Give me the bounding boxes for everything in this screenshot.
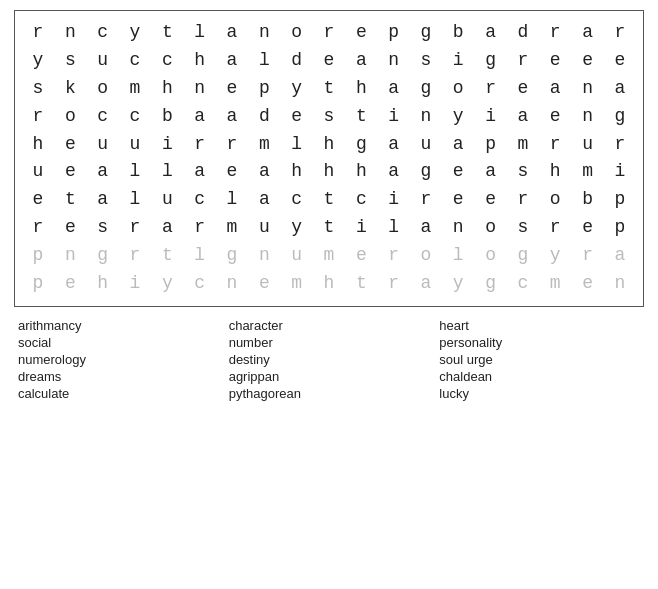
puzzle-cell: c (187, 270, 213, 298)
puzzle-cell: l (187, 242, 213, 270)
puzzle-cell: h (284, 158, 310, 186)
puzzle-cell: l (251, 47, 277, 75)
puzzle-cell: c (90, 19, 116, 47)
puzzle-cell: y (284, 214, 310, 242)
puzzle-cell: a (90, 158, 116, 186)
puzzle-cell: s (413, 47, 439, 75)
word-list: arithmancysocialnumerologydreamscalculat… (14, 317, 644, 402)
puzzle-cell: l (122, 158, 148, 186)
puzzle-cell: a (607, 75, 633, 103)
puzzle-row: ysucchaldeansigreee (25, 47, 633, 75)
puzzle-cell: g (607, 103, 633, 131)
puzzle-cell: e (219, 158, 245, 186)
puzzle-cell: n (251, 19, 277, 47)
word-item: soul urge (439, 351, 640, 368)
puzzle-cell: r (478, 75, 504, 103)
puzzle-cell: a (575, 19, 601, 47)
puzzle-cell: e (575, 214, 601, 242)
puzzle-cell: e (348, 19, 374, 47)
puzzle-cell: a (219, 19, 245, 47)
puzzle-cell: s (90, 214, 116, 242)
puzzle-cell: a (348, 47, 374, 75)
puzzle-cell: r (542, 19, 568, 47)
puzzle-cell: n (575, 75, 601, 103)
puzzle-cell: p (381, 19, 407, 47)
puzzle-row: etaluclactcireerobp (25, 186, 633, 214)
puzzle-cell: c (284, 186, 310, 214)
puzzle-cell: c (122, 103, 148, 131)
puzzle-cell: y (542, 242, 568, 270)
puzzle-row: ueallaeahhhageashmi (25, 158, 633, 186)
puzzle-cell: m (284, 270, 310, 298)
word-column-1: arithmancysocialnumerologydreamscalculat… (18, 317, 219, 402)
puzzle-cell: e (57, 214, 83, 242)
puzzle-cell: o (284, 19, 310, 47)
puzzle-cell: n (607, 270, 633, 298)
word-item: pythagorean (229, 385, 430, 402)
puzzle-cell: o (57, 103, 83, 131)
puzzle-cell: m (542, 270, 568, 298)
word-item: dreams (18, 368, 219, 385)
puzzle-cell: a (381, 75, 407, 103)
puzzle-cell: g (413, 75, 439, 103)
puzzle-cell: r (413, 186, 439, 214)
puzzle-cell: r (122, 242, 148, 270)
word-item: number (229, 334, 430, 351)
puzzle-cell: u (284, 242, 310, 270)
puzzle-cell: e (575, 270, 601, 298)
puzzle-cell: i (607, 158, 633, 186)
puzzle-cell: a (90, 186, 116, 214)
puzzle-cell: a (219, 103, 245, 131)
puzzle-cell: h (348, 158, 374, 186)
puzzle-cell: t (154, 19, 180, 47)
puzzle-cell: h (316, 131, 342, 159)
puzzle-cell: r (25, 214, 51, 242)
puzzle-cell: g (219, 242, 245, 270)
puzzle-cell: b (445, 19, 471, 47)
puzzle-cell: e (445, 186, 471, 214)
puzzle-cell: u (154, 186, 180, 214)
puzzle-cell: e (542, 103, 568, 131)
puzzle-cell: i (478, 103, 504, 131)
puzzle-cell: g (478, 47, 504, 75)
puzzle-cell: c (90, 103, 116, 131)
word-item: character (229, 317, 430, 334)
puzzle-cell: h (25, 131, 51, 159)
word-column-2: characternumberdestinyagrippanpythagorea… (229, 317, 430, 402)
puzzle-cell: y (445, 103, 471, 131)
puzzle-cell: h (154, 75, 180, 103)
word-column-3: heartpersonalitysoul urgechaldeanlucky (439, 317, 640, 402)
puzzle-cell: n (575, 103, 601, 131)
puzzle-cell: p (25, 242, 51, 270)
puzzle-cell: l (154, 158, 180, 186)
puzzle-cell: l (381, 214, 407, 242)
puzzle-cell: r (381, 270, 407, 298)
puzzle-cell: s (510, 214, 536, 242)
puzzle-cell: y (122, 19, 148, 47)
puzzle-row: pehiycnemhtraygcmen (25, 270, 633, 298)
puzzle-cell: g (478, 270, 504, 298)
puzzle-cell: r (607, 19, 633, 47)
puzzle-cell: y (284, 75, 310, 103)
word-item: heart (439, 317, 640, 334)
puzzle-cell: t (316, 214, 342, 242)
puzzle-cell: u (122, 131, 148, 159)
puzzle-cell: g (348, 131, 374, 159)
word-item: personality (439, 334, 640, 351)
puzzle-cell: a (154, 214, 180, 242)
puzzle-cell: g (413, 158, 439, 186)
puzzle-cell: o (478, 242, 504, 270)
puzzle-cell: m (122, 75, 148, 103)
puzzle-cell: u (251, 214, 277, 242)
puzzle-cell: t (57, 186, 83, 214)
puzzle-cell: a (478, 158, 504, 186)
puzzle-cell: u (90, 131, 116, 159)
puzzle-cell: r (575, 242, 601, 270)
puzzle-cell: c (122, 47, 148, 75)
puzzle-cell: n (251, 242, 277, 270)
puzzle-cell: y (25, 47, 51, 75)
puzzle-cell: b (575, 186, 601, 214)
puzzle-cell: o (478, 214, 504, 242)
puzzle-cell: r (510, 186, 536, 214)
word-item: numerology (18, 351, 219, 368)
